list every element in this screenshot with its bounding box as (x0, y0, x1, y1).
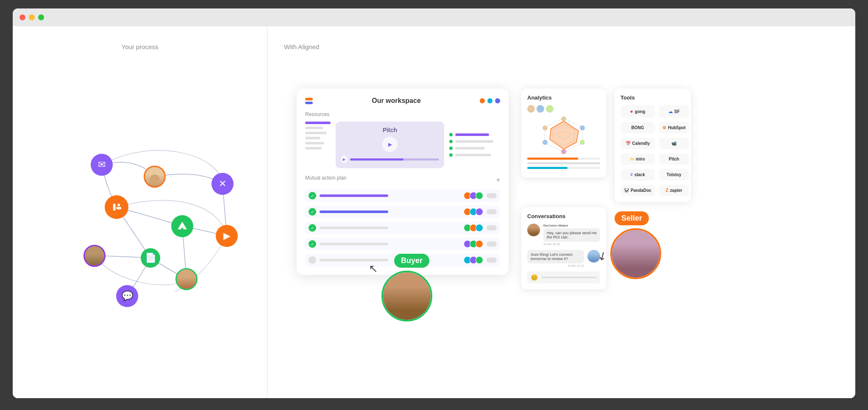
svg-point-13 (542, 125, 548, 130)
tool-gong[interactable]: ● gong (620, 105, 655, 118)
resource-line-row-1 (449, 133, 500, 136)
resources-grid: Pitch ▶ ▶ (305, 122, 500, 168)
drive-node (171, 215, 193, 237)
seller-avatar (610, 228, 661, 279)
resource-bar-4 (455, 154, 491, 156)
svg-point-11 (561, 149, 566, 154)
workspace-dots (480, 98, 500, 103)
workspace-title: Our workspace (372, 97, 421, 105)
tool-calendly[interactable]: 📅 Calendly (620, 138, 655, 149)
pitch-card[interactable]: Pitch ▶ ▶ (336, 122, 444, 168)
svg-rect-0 (113, 204, 116, 209)
tools-title: Tools (620, 94, 685, 101)
tool-slack[interactable]: # slack (620, 169, 655, 180)
conv-message-2-wrapper: Sure thing! Let's connect tomorrow to re… (527, 250, 600, 267)
avatar-stack-5 (464, 256, 483, 264)
radar-svg (540, 116, 587, 154)
svg-marker-7 (550, 121, 579, 149)
action-plan-label: Mutual action plan (305, 175, 346, 181)
avatar-stack-4 (464, 240, 483, 248)
play-small-btn[interactable]: ▶ (341, 155, 348, 163)
tool-bong[interactable]: BONG (620, 122, 655, 133)
buyer-avatar (381, 271, 432, 321)
action-plan-section: Mutual action plan + ✓ (305, 175, 500, 266)
stat-bar-fill-1 (527, 158, 578, 160)
stat-bar-container-3 (527, 167, 600, 169)
right-content-area: Our workspace Resources (284, 63, 855, 398)
resource-line-row-2 (449, 140, 500, 143)
stat-row-3 (527, 167, 600, 169)
tool-pandadoc[interactable]: 🐼 PandaDoc (620, 185, 655, 196)
svg-point-8 (561, 116, 566, 122)
tool-miro[interactable]: m miro (620, 153, 655, 165)
toggle-2[interactable] (487, 209, 497, 214)
dot-orange (480, 98, 485, 103)
maximize-button[interactable] (38, 14, 44, 20)
toggle-1[interactable] (487, 193, 497, 198)
svg-point-10 (580, 140, 585, 145)
resources-label: Resources (305, 111, 500, 117)
sidebar-line-4 (305, 137, 320, 139)
excel-node: ✕ (211, 173, 234, 195)
play-button[interactable]: ▶ (382, 137, 398, 152)
tool-hubspot[interactable]: ⚙ HubSpot (659, 122, 689, 133)
doc-node: 📄 (141, 248, 160, 268)
tool-tolstoy[interactable]: Tolstoy (659, 169, 689, 180)
calendly-icon: 📅 (626, 141, 631, 146)
resources-section: Resources (305, 111, 500, 168)
video-controls: ▶ (341, 155, 439, 163)
resource-line-row-3 (449, 147, 500, 150)
av-9 (476, 224, 483, 232)
conversations-panel: Conversations Decision Maker Hey, can yo… (521, 207, 606, 289)
minimize-button[interactable] (29, 14, 35, 20)
toggle-3[interactable] (487, 225, 497, 230)
workspace-card: Our workspace Resources (297, 89, 509, 275)
app-window: Your process (13, 8, 855, 398)
check-2: ✓ (309, 208, 316, 216)
svg-rect-1 (116, 207, 121, 209)
tool-salesforce[interactable]: ☁ SF (659, 105, 689, 118)
tool-zoom[interactable]: 📹 (659, 138, 689, 149)
logo-bar-purple (305, 102, 313, 104)
seller-section: ↙ Seller (610, 224, 661, 279)
conv-message-1: Decision Maker Hey, can you please send … (527, 224, 600, 246)
salesforce-icon: ☁ (668, 109, 673, 114)
av-3 (476, 192, 483, 199)
dot-purple (495, 98, 500, 103)
left-panel: Your process (13, 26, 267, 398)
resource-bar-2 (455, 140, 493, 143)
sidebar-line-2 (305, 127, 323, 129)
sidebar-line-1 (305, 122, 331, 124)
action-bar-2 (320, 211, 388, 213)
person2-avatar (83, 245, 106, 267)
right-panel: With Aligned Our wor (267, 26, 855, 398)
sidebar-line-3 (305, 132, 327, 134)
stat-row-1 (527, 158, 600, 160)
resource-dot-2 (449, 140, 453, 143)
conv-input-bar (541, 277, 597, 278)
buyer-label: Buyer (394, 254, 429, 268)
av-12 (476, 240, 483, 248)
email-node: ✉ (91, 154, 113, 176)
slack-node (105, 195, 128, 219)
zoom-icon: 📹 (671, 141, 676, 146)
person3-avatar (175, 268, 198, 290)
salesforce-label: SF (674, 109, 680, 114)
workspace-logo (305, 98, 313, 104)
resource-bar-3 (455, 147, 485, 150)
close-button[interactable] (19, 14, 25, 20)
svg-rect-2 (113, 208, 116, 211)
add-action-button[interactable]: + (496, 176, 500, 184)
mini-av-3 (546, 105, 554, 113)
stat-bar-container-2 (527, 162, 600, 164)
tool-zapier[interactable]: Z zapier (659, 185, 689, 196)
toggle-5[interactable] (487, 258, 497, 263)
dot-teal (487, 98, 492, 103)
toggle-4[interactable] (487, 241, 497, 247)
analytics-panel: Analytics (521, 89, 606, 177)
logo-bar-orange (305, 98, 313, 100)
check-1: ✓ (309, 192, 316, 199)
tool-pitch[interactable]: Pitch (659, 153, 689, 165)
gong-icon: ● (630, 108, 633, 114)
action-bar-4 (320, 243, 388, 245)
